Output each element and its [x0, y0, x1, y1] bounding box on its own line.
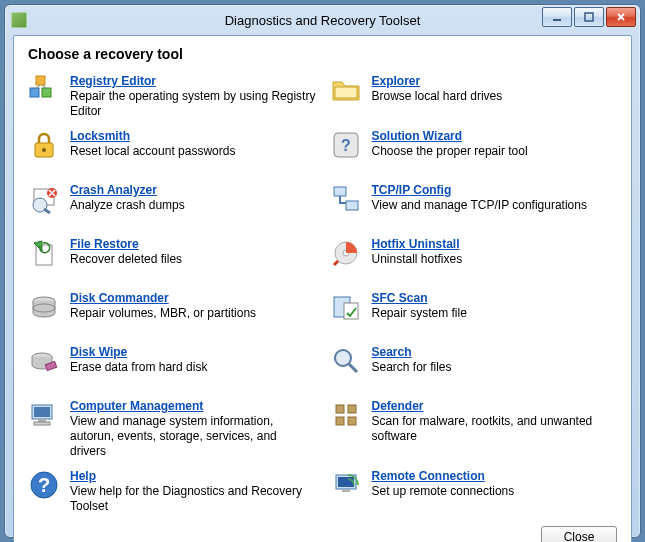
tool-desc: Browse local hard drives	[372, 89, 618, 104]
search-icon	[330, 345, 362, 377]
close-window-button[interactable]	[606, 7, 636, 27]
registry-icon	[28, 74, 60, 106]
maximize-button[interactable]	[574, 7, 604, 27]
tool-link-search[interactable]: Search	[372, 345, 412, 359]
tool-item-computer-management: Computer ManagementView and manage syste…	[28, 395, 316, 465]
crash-icon	[28, 183, 60, 215]
tool-link-defender[interactable]: Defender	[372, 399, 424, 413]
tool-item-crash-analyzer: Crash AnalyzerAnalyze crash dumps	[28, 179, 316, 233]
tool-text: Remote ConnectionSet up remote connectio…	[372, 469, 618, 499]
tool-item-help: ?HelpView help for the Diagnostics and R…	[28, 465, 316, 520]
tool-link-crash-analyzer[interactable]: Crash Analyzer	[70, 183, 157, 197]
svg-rect-34	[34, 407, 50, 417]
tool-item-solution-wizard: ?Solution WizardChoose the proper repair…	[330, 125, 618, 179]
close-button[interactable]: Close	[541, 526, 617, 542]
svg-rect-39	[336, 417, 344, 425]
tool-text: SFC ScanRepair system file	[372, 291, 618, 321]
page-heading: Choose a recovery tool	[28, 46, 617, 62]
tool-item-tcp-ip-config: TCP/IP ConfigView and manage TCP/IP conf…	[330, 179, 618, 233]
tool-item-locksmith: LocksmithReset local account passwords	[28, 125, 316, 179]
tool-text: LocksmithReset local account passwords	[70, 129, 316, 159]
tool-text: ExplorerBrowse local hard drives	[372, 74, 618, 104]
tool-desc: Uninstall hotfixes	[372, 252, 618, 267]
tool-link-remote-connection[interactable]: Remote Connection	[372, 469, 485, 483]
app-icon	[11, 12, 27, 28]
tool-link-solution-wizard[interactable]: Solution Wizard	[372, 129, 463, 143]
svg-rect-9	[335, 87, 357, 98]
svg-text:?: ?	[341, 137, 351, 154]
svg-line-32	[349, 364, 357, 372]
tool-link-tcp-ip-config[interactable]: TCP/IP Config	[372, 183, 452, 197]
svg-rect-44	[338, 477, 354, 487]
defender-icon	[330, 399, 362, 431]
svg-line-16	[44, 209, 50, 213]
svg-point-31	[335, 350, 351, 366]
tool-item-hotfix-uninstall: Hotfix UninstallUninstall hotfixes	[330, 233, 618, 287]
tool-text: TCP/IP ConfigView and manage TCP/IP conf…	[372, 183, 618, 213]
wizard-icon: ?	[330, 129, 362, 161]
tool-item-registry-editor: Registry EditorRepair the operating syst…	[28, 70, 316, 125]
tool-item-explorer: ExplorerBrowse local hard drives	[330, 70, 618, 125]
diskcmd-icon	[28, 291, 60, 323]
tools-grid: Registry EditorRepair the operating syst…	[28, 70, 617, 520]
tool-text: Computer ManagementView and manage syste…	[70, 399, 316, 459]
tool-item-remote-connection: Remote ConnectionSet up remote connectio…	[330, 465, 618, 520]
footer: Close	[28, 520, 617, 542]
tool-link-registry-editor[interactable]: Registry Editor	[70, 74, 156, 88]
svg-rect-4	[30, 88, 39, 97]
tool-text: Hotfix UninstallUninstall hotfixes	[372, 237, 618, 267]
tool-text: DefenderScan for malware, rootkits, and …	[372, 399, 618, 444]
tool-desc: Search for files	[372, 360, 618, 375]
tool-text: Solution WizardChoose the proper repair …	[372, 129, 618, 159]
tool-text: HelpView help for the Diagnostics and Re…	[70, 469, 316, 514]
tool-text: Disk WipeErase data from hard disk	[70, 345, 316, 375]
tool-desc: Reset local account passwords	[70, 144, 316, 159]
tool-link-help[interactable]: Help	[70, 469, 96, 483]
titlebar: Diagnostics and Recovery Toolset	[5, 5, 640, 35]
tool-link-disk-commander[interactable]: Disk Commander	[70, 291, 169, 305]
remote-icon	[330, 469, 362, 501]
tool-desc: Repair volumes, MBR, or partitions	[70, 306, 316, 321]
tool-link-sfc-scan[interactable]: SFC Scan	[372, 291, 428, 305]
tool-item-sfc-scan: SFC ScanRepair system file	[330, 287, 618, 341]
tool-link-disk-wipe[interactable]: Disk Wipe	[70, 345, 127, 359]
tool-desc: Recover deleted files	[70, 252, 316, 267]
tool-link-explorer[interactable]: Explorer	[372, 74, 421, 88]
tool-desc: Erase data from hard disk	[70, 360, 316, 375]
close-icon	[616, 12, 626, 22]
tool-link-file-restore[interactable]: File Restore	[70, 237, 139, 251]
svg-rect-36	[34, 422, 50, 425]
tool-item-search: SearchSearch for files	[330, 341, 618, 395]
tool-desc: View and manage TCP/IP configurations	[372, 198, 618, 213]
tool-link-locksmith[interactable]: Locksmith	[70, 129, 130, 143]
svg-rect-28	[344, 303, 358, 319]
help-icon: ?	[28, 469, 60, 501]
tool-text: Crash AnalyzerAnalyze crash dumps	[70, 183, 316, 213]
tool-link-hotfix-uninstall[interactable]: Hotfix Uninstall	[372, 237, 460, 251]
svg-rect-40	[348, 417, 356, 425]
tool-text: Registry EditorRepair the operating syst…	[70, 74, 316, 119]
hotfix-icon	[330, 237, 362, 269]
tool-text: Disk CommanderRepair volumes, MBR, or pa…	[70, 291, 316, 321]
tool-desc: Scan for malware, rootkits, and unwanted…	[372, 414, 618, 444]
client-area: Choose a recovery tool Registry EditorRe…	[13, 35, 632, 542]
tool-item-disk-commander: Disk CommanderRepair volumes, MBR, or pa…	[28, 287, 316, 341]
tool-link-computer-management[interactable]: Computer Management	[70, 399, 203, 413]
sfc-icon	[330, 291, 362, 323]
window-frame: Diagnostics and Recovery Toolset Choose …	[4, 4, 641, 538]
svg-rect-5	[42, 88, 51, 97]
restore-icon	[28, 237, 60, 269]
svg-rect-0	[553, 19, 561, 21]
svg-point-11	[42, 148, 46, 152]
tool-desc: View help for the Diagnostics and Recove…	[70, 484, 316, 514]
minimize-button[interactable]	[542, 7, 572, 27]
diskwipe-icon	[28, 345, 60, 377]
tool-item-disk-wipe: Disk WipeErase data from hard disk	[28, 341, 316, 395]
tool-text: File RestoreRecover deleted files	[70, 237, 316, 267]
maximize-icon	[584, 12, 594, 22]
tool-desc: View and manage system information, auto…	[70, 414, 316, 459]
tool-desc: Repair system file	[372, 306, 618, 321]
tool-desc: Analyze crash dumps	[70, 198, 316, 213]
svg-text:?: ?	[38, 474, 50, 496]
svg-rect-45	[342, 489, 350, 492]
